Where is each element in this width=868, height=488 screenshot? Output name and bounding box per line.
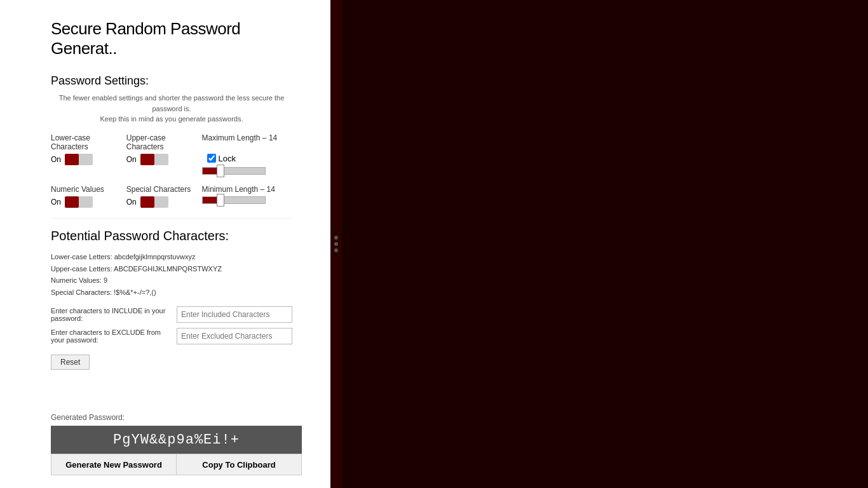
password-settings-section: Password Settings: The fewer enabled set… [51,74,292,208]
chars-info: Lower-case Letters: abcdefgijklmnpqrstuv… [51,251,292,299]
special-info: Special Characters: !$%&*+-/=?,() [51,287,292,299]
settings-hint: The fewer enabled settings and shorter t… [51,93,292,125]
generated-label: Generated Password: [51,413,318,422]
divider-dot-3 [334,248,338,252]
lower-case-toggle[interactable] [65,154,93,165]
special-toggle[interactable] [140,196,168,208]
settings-title: Password Settings: [51,74,292,88]
max-length-label: Maximum Length – 14 Lock [202,133,293,165]
lower-case-label: Lower-case Characters [51,133,126,151]
potential-chars-section: Potential Password Characters: Lower-cas… [51,229,292,370]
upper-info: Upper-case Letters: ABCDEFGHIJKLMNPQRSTW… [51,263,292,275]
upper-case-label: Upper-case Characters [126,133,202,151]
special-col: Special Characters On [126,185,202,208]
include-label: Enter characters to INCLUDE in your pass… [51,307,172,322]
potential-chars-title: Potential Password Characters: [51,229,292,243]
upper-case-col: Upper-case Characters On [126,133,202,175]
lower-case-col: Lower-case Characters On [51,133,126,175]
generated-section: Generated Password: PgYW&&p9a%Ei!+ Gener… [51,413,318,475]
special-label: Special Characters [126,185,202,194]
left-panel: Secure Random Password Generat.. Passwor… [0,0,330,488]
password-display: PgYW&&p9a%Ei!+ [51,426,302,454]
exclude-row: Enter characters to EXCLUDE from your pa… [51,328,292,344]
lock-label: Lock [219,154,236,163]
reset-button[interactable]: Reset [51,355,90,370]
upper-case-toggle-row: On [126,154,202,165]
numeric-col: Numeric Values On [51,185,126,208]
min-length-col: Minimum Length – 14 [202,185,293,208]
app-title: Secure Random Password Generat.. [51,19,292,58]
lock-row: Lock [207,154,236,163]
lower-info: Lower-case Letters: abcdefgijklmnpqrstuv… [51,251,292,263]
exclude-label: Enter characters to EXCLUDE from your pa… [51,329,172,344]
numeric-state: On [51,198,61,207]
divider-dot-2 [334,242,338,246]
numeric-label: Numeric Values [51,185,126,194]
section-divider [51,218,292,219]
min-length-label: Minimum Length – 14 [202,185,293,194]
divider-dot-1 [334,236,338,240]
max-length-slider[interactable] [202,167,266,175]
min-length-slider[interactable] [202,196,266,204]
settings-row-2: Numeric Values On Special Characters On [51,185,292,208]
upper-case-state: On [126,155,137,164]
special-state: On [126,198,137,207]
exclude-input[interactable] [177,328,292,344]
include-input[interactable] [177,306,292,323]
copy-button[interactable]: Copy To Clipboard [176,454,302,475]
button-row: Generate New Password Copy To Clipboard [51,454,302,475]
lock-checkbox[interactable] [207,154,216,163]
upper-case-toggle[interactable] [140,154,168,165]
numeric-info: Numeric Values: 9 [51,274,292,287]
right-panel [342,0,868,488]
lower-case-toggle-row: On [51,154,126,165]
numeric-toggle-row: On [51,196,126,208]
panel-divider [330,0,342,488]
generate-button[interactable]: Generate New Password [51,454,176,475]
include-row: Enter characters to INCLUDE in your pass… [51,306,292,323]
numeric-toggle[interactable] [65,196,93,208]
max-length-col: Maximum Length – 14 Lock [202,133,293,175]
settings-row-1: Lower-case Characters On Upper-case Char… [51,133,292,175]
special-toggle-row: On [126,196,202,208]
password-text: PgYW&&p9a%Ei!+ [113,432,240,448]
lower-case-state: On [51,155,61,164]
